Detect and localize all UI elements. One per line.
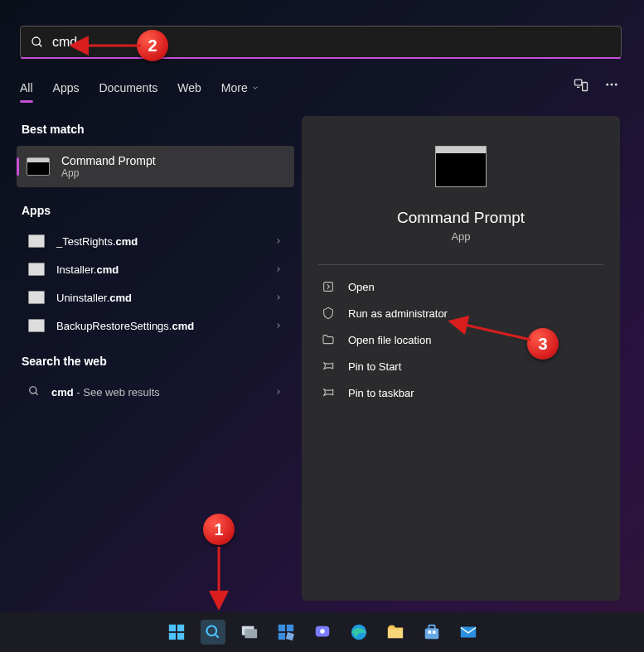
tab-all[interactable]: All [20,81,33,101]
widgets-button[interactable] [274,620,298,645]
svg-rect-31 [460,627,475,638]
tab-web[interactable]: Web [177,81,201,101]
search-box[interactable] [20,26,622,58]
start-button[interactable] [164,620,189,645]
svg-rect-18 [245,629,257,638]
edge-button[interactable] [346,620,371,645]
svg-rect-28 [429,625,434,630]
search-button[interactable] [201,620,225,645]
action-run-as-administrator[interactable]: Run as administrator [318,300,603,326]
svg-rect-13 [168,633,175,640]
tab-apps[interactable]: Apps [53,81,80,101]
annotation-badge-3: 3 [527,328,559,360]
taskbar [0,612,644,652]
svg-rect-14 [177,633,183,640]
preview-subtitle: App [451,230,470,243]
file-icon [28,291,45,304]
file-icon [28,319,45,332]
svg-rect-10 [324,283,333,292]
action-pin-to-start[interactable]: Pin to Start [318,353,603,379]
svg-rect-2 [575,80,582,85]
search-icon [28,385,40,399]
tab-more[interactable]: More [221,81,259,101]
annotation-badge-2: 2 [137,30,168,61]
best-match-item[interactable]: Command Prompt App [17,146,294,187]
search-icon [31,36,44,49]
svg-rect-26 [387,629,402,638]
search-filter-tabs: All Apps Documents Web More [20,78,259,104]
chevron-right-icon [274,235,283,248]
svg-rect-27 [424,628,438,639]
svg-point-0 [32,37,40,45]
store-button[interactable] [419,620,444,645]
svg-rect-19 [278,625,284,631]
cmd-icon [27,157,50,176]
web-result[interactable]: cmd - See web results [17,378,294,407]
svg-rect-30 [432,630,435,634]
best-match-subtitle: App [61,167,156,179]
svg-rect-29 [428,630,431,634]
svg-point-6 [611,84,613,86]
svg-point-24 [320,629,325,634]
mail-button[interactable] [456,620,481,645]
divider [318,264,603,265]
svg-rect-21 [278,633,284,640]
app-item[interactable]: BackupRestoreSettings.cmd [17,312,294,340]
annotation-arrow-1 [202,543,235,613]
chevron-right-icon [274,263,283,276]
chevron-right-icon [274,386,283,398]
svg-line-16 [215,635,218,638]
section-search-web: Search the web [22,355,294,368]
svg-point-7 [615,84,617,86]
action-open[interactable]: Open [318,273,603,300]
svg-point-8 [30,387,36,394]
svg-line-1 [39,44,41,46]
app-item[interactable]: Installer.cmd [17,255,294,283]
chat-button[interactable] [310,620,335,645]
task-view-button[interactable] [237,620,262,645]
file-icon [28,263,45,276]
svg-rect-11 [168,625,175,631]
annotation-badge-1: 1 [203,514,235,545]
svg-line-9 [36,393,38,395]
section-apps: Apps [22,204,294,217]
section-best-match: Best match [22,123,294,136]
svg-rect-22 [285,632,293,640]
explorer-button[interactable] [383,620,408,645]
preview-app-icon [435,146,487,187]
svg-rect-12 [177,625,183,631]
file-icon [28,234,45,248]
app-item[interactable]: Uninstaller.cmd [17,283,294,312]
chevron-down-icon [251,81,259,94]
svg-rect-3 [583,83,588,91]
tab-documents[interactable]: Documents [99,81,157,101]
action-pin-to-taskbar[interactable]: Pin to taskbar [318,379,603,406]
svg-point-5 [606,84,608,86]
more-icon[interactable] [604,77,619,95]
svg-rect-20 [286,625,293,631]
chevron-right-icon [274,292,283,304]
app-item[interactable]: _TestRights.cmd [17,227,294,255]
svg-point-15 [206,626,216,636]
chevron-right-icon [274,320,283,332]
action-open-file-location[interactable]: Open file location [318,326,603,353]
preview-title: Command Prompt [397,209,525,227]
devices-icon[interactable] [573,76,589,96]
best-match-title: Command Prompt [61,154,156,167]
preview-panel: Command Prompt App Open Run as administr… [302,116,620,601]
